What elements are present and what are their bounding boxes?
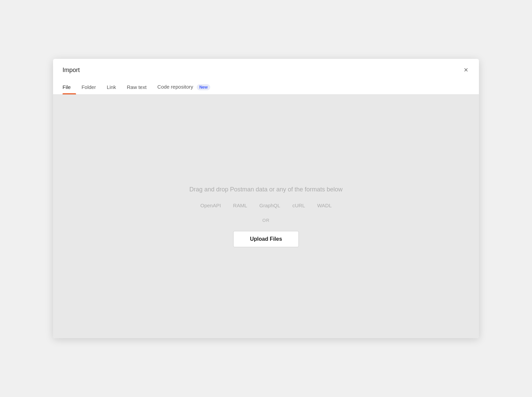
tab-link[interactable]: Link [101,80,122,94]
upload-files-button[interactable]: Upload Files [233,231,298,247]
or-divider: OR [262,218,270,223]
new-badge: New [197,84,211,90]
format-wadl: WADL [317,203,332,208]
formats-row: OpenAPI RAML GraphQL cURL WADL [200,203,332,208]
import-modal: Import × File Folder Link Raw text Code … [53,59,479,338]
format-graphql: GraphQL [259,203,280,208]
close-button[interactable]: × [462,65,469,75]
format-curl: cURL [292,203,305,208]
tab-folder[interactable]: Folder [76,80,101,94]
tabs-container: File Folder Link Raw text Code repositor… [53,80,479,95]
format-openapi: OpenAPI [200,203,221,208]
drop-zone[interactable]: Drag and drop Postman data or any of the… [53,95,479,338]
format-raml: RAML [233,203,247,208]
drag-drop-text: Drag and drop Postman data or any of the… [189,186,342,193]
modal-title: Import [63,67,80,74]
tab-code-repository[interactable]: Code repository New [152,80,216,94]
tab-raw-text[interactable]: Raw text [121,80,152,94]
tab-file[interactable]: File [63,80,76,94]
modal-header: Import × [53,59,479,75]
